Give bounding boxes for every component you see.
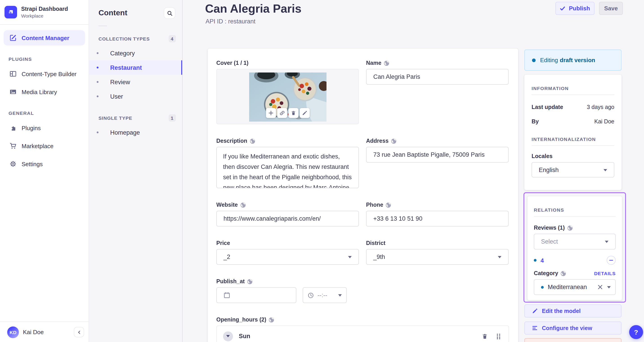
globe-icon — [250, 138, 256, 144]
locales-label: Locales — [532, 153, 614, 159]
sidebar-item-content-manager[interactable]: Content Manager — [4, 30, 85, 46]
cart-icon — [10, 142, 17, 149]
list-settings-icon — [532, 325, 538, 331]
district-select[interactable]: _9th — [366, 249, 509, 265]
subnav-item-homepage[interactable]: Homepage — [89, 125, 182, 140]
date-picker-input[interactable] — [216, 287, 296, 303]
media-image-icon — [10, 88, 17, 95]
edit-media-button[interactable] — [300, 108, 310, 118]
chevron-down-icon — [604, 169, 607, 173]
cover-upload-zone[interactable] — [216, 69, 359, 124]
publish-at-field: Publish_at --:-- — [216, 278, 509, 303]
drag-handle-icon[interactable] — [496, 333, 502, 339]
divider — [532, 95, 614, 95]
page-title: Can Alegria Paris — [205, 2, 302, 16]
subnav-item-label: Restaurant — [110, 64, 142, 71]
sidebar-item-settings[interactable]: Settings — [4, 156, 85, 172]
add-media-button[interactable] — [266, 108, 276, 118]
sidebar-item-label: Marketplace — [22, 142, 54, 149]
details-link[interactable]: DETAILS — [594, 271, 616, 276]
subnav-item-user[interactable]: User — [89, 89, 182, 104]
publish-at-field-label: Publish_at — [216, 278, 245, 285]
configure-view-button[interactable]: Configure the view — [524, 321, 622, 334]
publish-label: Publish — [569, 5, 590, 12]
plus-icon — [268, 110, 274, 116]
save-button[interactable]: Save — [599, 2, 623, 15]
delete-media-button[interactable] — [288, 108, 298, 118]
phone-value: +33 6 13 10 51 90 — [373, 215, 422, 222]
cover-image — [249, 73, 326, 122]
district-field: District _9th — [366, 240, 509, 265]
phone-input[interactable]: +33 6 13 10 51 90 — [366, 211, 509, 227]
search-button[interactable] — [164, 7, 176, 19]
cover-field-label: Cover (1 / 1) — [216, 60, 248, 66]
subnav-item-review[interactable]: Review — [89, 75, 182, 89]
last-update-row: Last update 3 days ago — [532, 104, 614, 110]
relations-highlight-outline: RELATIONS Reviews (1) Select 4 Category — [524, 192, 626, 303]
chevron-down-icon — [338, 294, 342, 298]
publish-button[interactable]: Publish — [556, 2, 594, 15]
screen: Strapi Dashboard Workplace Content Manag… — [0, 0, 644, 342]
sidebar-item-label: Content Manager — [22, 35, 69, 41]
globe-icon — [247, 278, 253, 284]
help-button[interactable]: ? — [629, 325, 643, 339]
clear-icon[interactable] — [598, 285, 603, 289]
sidebar-item-content-type-builder[interactable]: Content-Type Builder — [4, 66, 85, 82]
website-field: Website https://www.canalegriaparis.com/… — [216, 202, 359, 227]
time-picker-input[interactable]: --:-- — [303, 287, 347, 303]
accordion-row-title: Sun — [239, 333, 250, 339]
locales-select[interactable]: English — [532, 162, 614, 178]
name-value: Can Alegria Paris — [373, 73, 420, 80]
clock-icon — [308, 292, 314, 298]
content-subnav: Content COLLECTION TYPES 4 Category Rest… — [89, 0, 182, 342]
description-textarea[interactable]: If you like Mediterranean and exotic dis… — [216, 147, 359, 188]
address-field: Address 73 rue Jean Baptiste Pigalle, 75… — [366, 138, 509, 162]
price-field: Price _2 — [216, 240, 359, 265]
website-field-label: Website — [216, 202, 238, 208]
category-select[interactable]: Mediterranean — [534, 279, 616, 295]
remove-relation-button[interactable] — [607, 256, 616, 265]
accordion-actions — [482, 333, 502, 339]
address-input[interactable]: 73 rue Jean Baptiste Pigalle, 75009 Pari… — [366, 147, 509, 162]
subnav-item-restaurant[interactable]: Restaurant — [89, 60, 182, 75]
bullet-icon — [97, 81, 98, 83]
copy-link-button[interactable] — [277, 108, 287, 118]
expand-toggle-button[interactable] — [223, 331, 233, 341]
puzzle-icon — [10, 124, 17, 131]
edit-form-card: Cover (1 / 1) — [208, 49, 518, 342]
pencil-icon — [532, 308, 538, 314]
search-icon — [166, 10, 172, 16]
globe-icon — [384, 60, 390, 66]
price-select[interactable]: _2 — [216, 249, 359, 265]
subnav-item-category[interactable]: Category — [89, 46, 182, 60]
name-input[interactable]: Can Alegria Paris — [366, 69, 509, 85]
single-type-count-badge: 1 — [168, 114, 176, 122]
subnav-item-label: Category — [110, 50, 135, 57]
avatar[interactable]: KD — [7, 326, 19, 338]
workspace-switcher[interactable]: Strapi Dashboard Workplace — [0, 0, 88, 24]
save-label: Save — [604, 5, 618, 12]
feather-pen-icon — [10, 34, 17, 41]
sidebar-item-marketplace[interactable]: Marketplace — [4, 138, 85, 153]
sidebar-item-media-library[interactable]: Media Library — [4, 84, 85, 99]
divider — [532, 145, 614, 146]
address-value: 73 rue Jean Baptiste Pigalle, 75009 Pari… — [373, 151, 484, 158]
accordion-row-sun[interactable]: Sun — [217, 326, 509, 342]
collapse-sidebar-button[interactable] — [74, 327, 84, 337]
bullet-icon — [97, 95, 98, 97]
price-value: _2 — [224, 254, 230, 260]
sidebar-item-plugins[interactable]: Plugins — [4, 120, 85, 135]
by-value: Kai Doe — [594, 118, 614, 125]
draft-banner-version: draft version — [560, 57, 596, 64]
delete-entry-button[interactable] — [524, 338, 622, 342]
delete-component-button[interactable] — [482, 333, 488, 339]
edit-model-button[interactable]: Edit the model — [524, 304, 622, 317]
last-update-value: 3 days ago — [587, 104, 614, 110]
reviews-select[interactable]: Select — [534, 234, 616, 249]
configure-view-label: Configure the view — [542, 325, 592, 331]
website-input[interactable]: https://www.canalegriaparis.com/en/ — [216, 211, 359, 227]
district-field-label: District — [366, 240, 386, 246]
relation-link[interactable]: 4 — [540, 257, 544, 264]
collection-types-count-badge: 4 — [168, 35, 176, 42]
information-card: INFORMATION Last update 3 days ago By Ka… — [524, 75, 622, 190]
